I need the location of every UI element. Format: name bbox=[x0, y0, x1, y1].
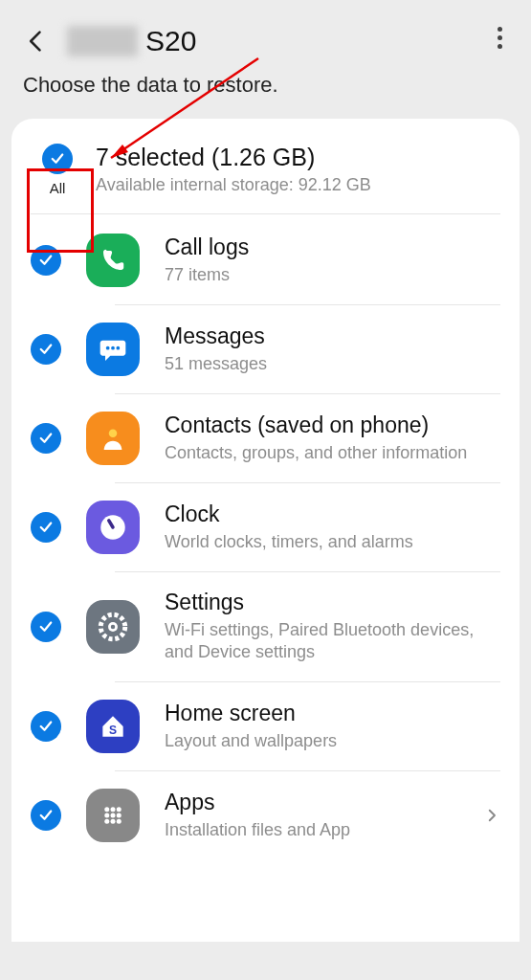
checkbox[interactable] bbox=[31, 423, 61, 454]
svg-point-14 bbox=[117, 807, 122, 812]
item-title: Settings bbox=[165, 590, 500, 615]
select-all-label: All bbox=[50, 180, 66, 196]
svg-point-18 bbox=[104, 819, 109, 824]
svg-text:S: S bbox=[109, 724, 117, 737]
header: S20 bbox=[0, 0, 531, 67]
list-item-clock[interactable]: Clock World clocks, timers, and alarms bbox=[11, 483, 520, 571]
select-all-checkbox[interactable] bbox=[42, 144, 73, 174]
svg-point-10 bbox=[111, 625, 116, 630]
item-subtitle: Layout and wallpapers bbox=[165, 730, 500, 752]
checkbox[interactable] bbox=[31, 612, 61, 642]
item-subtitle: 51 messages bbox=[165, 353, 500, 375]
item-title: Messages bbox=[165, 323, 500, 349]
home-icon: S bbox=[86, 700, 140, 753]
list-item-contacts[interactable]: Contacts (saved on phone) Contacts, grou… bbox=[11, 394, 520, 482]
checkbox[interactable] bbox=[31, 800, 61, 831]
page-title: S20 bbox=[145, 25, 196, 57]
checkbox[interactable] bbox=[31, 334, 61, 365]
phone-icon bbox=[86, 234, 140, 287]
list-item-apps[interactable]: Apps Installation files and App bbox=[11, 771, 520, 859]
checkbox[interactable] bbox=[31, 245, 61, 276]
messages-icon bbox=[86, 323, 140, 376]
item-title: Call logs bbox=[165, 234, 500, 260]
svg-point-19 bbox=[111, 819, 116, 824]
item-subtitle: World clocks, timers, and alarms bbox=[165, 531, 500, 553]
list-item-messages[interactable]: Messages 51 messages bbox=[11, 305, 520, 393]
svg-point-17 bbox=[117, 813, 122, 817]
chevron-right-icon[interactable] bbox=[483, 807, 500, 824]
svg-point-4 bbox=[116, 346, 120, 350]
svg-point-12 bbox=[104, 807, 109, 812]
svg-point-20 bbox=[117, 819, 122, 824]
svg-point-3 bbox=[111, 346, 115, 350]
item-title: Clock bbox=[165, 501, 500, 527]
contacts-icon bbox=[86, 412, 140, 465]
item-title: Contacts (saved on phone) bbox=[165, 412, 500, 438]
restore-card: All 7 selected (1.26 GB) Available inter… bbox=[11, 119, 520, 942]
item-subtitle: Wi-Fi settings, Paired Bluetooth devices… bbox=[165, 619, 500, 664]
svg-point-13 bbox=[111, 807, 116, 812]
svg-point-15 bbox=[104, 813, 109, 817]
svg-point-5 bbox=[109, 429, 118, 437]
list-item-settings[interactable]: Settings Wi-Fi settings, Paired Bluetoot… bbox=[11, 572, 520, 681]
more-options-button[interactable] bbox=[498, 27, 502, 49]
item-subtitle: Contacts, groups, and other information bbox=[165, 442, 500, 464]
item-title: Home screen bbox=[165, 701, 500, 726]
item-subtitle: 77 items bbox=[165, 264, 500, 286]
list-item-call-logs[interactable]: Call logs 77 items bbox=[11, 216, 520, 304]
list-item-home-screen[interactable]: S Home screen Layout and wallpapers bbox=[11, 682, 520, 770]
storage-info: Available internal storage: 92.12 GB bbox=[96, 175, 500, 195]
item-title: Apps bbox=[165, 790, 476, 815]
select-all-row[interactable]: All 7 selected (1.26 GB) Available inter… bbox=[11, 136, 520, 213]
gear-icon bbox=[86, 600, 140, 654]
clock-icon bbox=[86, 501, 140, 554]
back-button[interactable] bbox=[23, 28, 50, 55]
selection-summary: 7 selected (1.26 GB) bbox=[96, 144, 500, 171]
title-redacted bbox=[67, 26, 138, 56]
apps-icon bbox=[86, 789, 140, 842]
checkbox[interactable] bbox=[31, 711, 61, 742]
svg-point-2 bbox=[106, 346, 110, 350]
checkbox[interactable] bbox=[31, 512, 61, 543]
item-subtitle: Installation files and App bbox=[165, 819, 476, 841]
instruction-text: Choose the data to restore. bbox=[0, 67, 531, 119]
svg-point-16 bbox=[111, 813, 116, 817]
